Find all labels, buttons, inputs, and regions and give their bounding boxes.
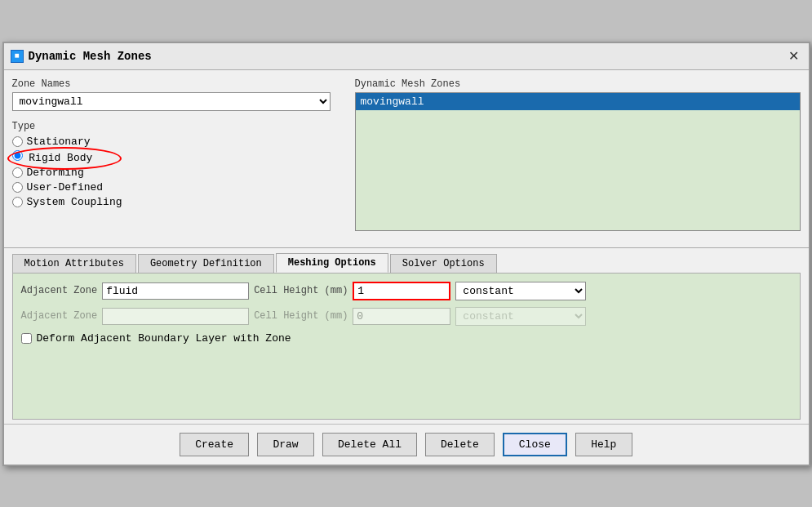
dmz-label: Dynamic Mesh Zones — [355, 78, 801, 90]
type-group: Type Stationary Rigid Body Deforming — [12, 118, 347, 214]
delete-all-button[interactable]: Delete All — [322, 433, 417, 456]
radio-deforming: Deforming — [12, 167, 347, 179]
bottom-bar: Create Draw Delete All Delete Close Help — [4, 424, 809, 465]
zone-names-row: movingwall — [12, 92, 347, 111]
draw-button[interactable]: Draw — [257, 433, 314, 456]
tab-motion-attributes[interactable]: Motion Attributes — [12, 254, 136, 273]
cell-height-type-select-1[interactable]: constant variable — [455, 282, 586, 300]
create-button[interactable]: Create — [180, 433, 249, 456]
deform-checkbox-row: Deform Adjacent Boundary Layer with Zone — [21, 332, 792, 345]
tabs-section: Motion Attributes Geometry Definition Me… — [4, 247, 809, 420]
adjacent-zone-label-2: Adjacent Zone — [21, 310, 98, 322]
radio-system-coupling-label: System Coupling — [27, 196, 122, 208]
title-bar: ■ Dynamic Mesh Zones ✕ — [4, 43, 809, 70]
right-panel: Dynamic Mesh Zones movingwall — [355, 78, 801, 231]
close-button[interactable]: Close — [503, 433, 567, 456]
radio-system-coupling: System Coupling — [12, 196, 347, 208]
radio-user-defined-input[interactable] — [12, 182, 23, 193]
meshing-row-2: Adjacent Zone Cell Height (mm) constant — [21, 307, 792, 326]
delete-button[interactable]: Delete — [425, 433, 495, 456]
cell-height-input-1[interactable] — [353, 282, 450, 300]
dialog-title: Dynamic Mesh Zones — [29, 50, 152, 63]
radio-rigid-body: Rigid Body — [12, 150, 347, 164]
adjacent-zone-input-2 — [102, 308, 249, 325]
dialog-icon: ■ — [11, 50, 24, 63]
cell-height-input-2 — [353, 308, 450, 325]
deform-adjacent-label: Deform Adjacent Boundary Layer with Zone — [37, 332, 291, 345]
cell-height-label-2: Cell Height (mm) — [254, 310, 348, 322]
adjacent-zone-label-1: Adjacent Zone — [21, 285, 98, 296]
radio-user-defined: User-Defined — [12, 181, 347, 193]
cell-height-type-select-2: constant — [455, 307, 586, 326]
tab-meshing-options[interactable]: Meshing Options — [276, 253, 388, 273]
tabs-row: Motion Attributes Geometry Definition Me… — [4, 248, 809, 273]
adjacent-zone-input-1[interactable] — [102, 282, 249, 300]
radio-system-coupling-input[interactable] — [12, 197, 23, 207]
help-button[interactable]: Help — [575, 433, 632, 456]
dmz-list[interactable]: movingwall — [355, 92, 801, 231]
title-bar-left: ■ Dynamic Mesh Zones — [11, 50, 152, 63]
dynamic-mesh-zones-dialog: ■ Dynamic Mesh Zones ✕ Zone Names moving… — [2, 42, 810, 466]
rigid-body-container: Rigid Body — [12, 150, 93, 164]
zone-names-label: Zone Names — [12, 78, 347, 90]
deform-adjacent-checkbox[interactable] — [21, 333, 32, 344]
radio-rigid-body-input[interactable] — [12, 150, 23, 161]
main-content: Zone Names movingwall Type Stationary Ri… — [4, 70, 809, 239]
radio-stationary-label: Stationary — [27, 136, 91, 148]
close-icon[interactable]: ✕ — [786, 48, 802, 64]
zone-names-select[interactable]: movingwall — [12, 92, 331, 111]
radio-deforming-input[interactable] — [12, 167, 23, 178]
dmz-item-movingwall[interactable]: movingwall — [356, 93, 800, 110]
radio-stationary: Stationary — [12, 136, 347, 148]
left-panel: Zone Names movingwall Type Stationary Ri… — [12, 78, 347, 231]
cell-height-label-1: Cell Height (mm) — [254, 285, 348, 296]
radio-deforming-label: Deforming — [27, 167, 84, 179]
tab-solver-options[interactable]: Solver Options — [390, 254, 497, 273]
tab-geometry-definition[interactable]: Geometry Definition — [138, 254, 274, 273]
meshing-row-1: Adjacent Zone Cell Height (mm) constant … — [21, 282, 792, 300]
radio-user-defined-label: User-Defined — [27, 181, 104, 193]
radio-stationary-input[interactable] — [12, 136, 23, 147]
radio-rigid-body-label: Rigid Body — [29, 152, 92, 164]
tab-content-meshing-options: Adjacent Zone Cell Height (mm) constant … — [12, 273, 801, 420]
type-label: Type — [12, 121, 347, 132]
